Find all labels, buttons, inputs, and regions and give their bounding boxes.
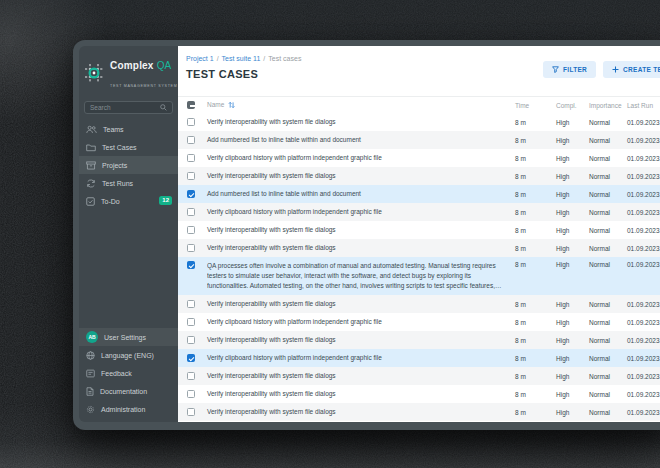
row-time: 8 m (515, 355, 556, 362)
todo-count-badge: 12 (159, 196, 172, 205)
brand-name: Complex QA (110, 60, 171, 71)
row-name: Verify interoperability with system file… (207, 335, 515, 345)
table-row[interactable]: Verify clipboard history with platform i… (178, 149, 660, 167)
row-checkbox[interactable] (187, 172, 195, 180)
row-compl: High (556, 191, 589, 198)
avatar: AB (86, 331, 98, 343)
refresh-icon (86, 179, 96, 188)
sidebar-item-test-runs[interactable]: Test Runs (79, 174, 178, 192)
document-icon (86, 387, 94, 396)
row-name: QA processes often involve a combination… (207, 261, 515, 291)
row-time: 8 m (515, 137, 556, 144)
plus-icon (612, 66, 619, 73)
table-row[interactable]: Verify clipboard history with platform i… (178, 349, 660, 367)
row-name: Verify clipboard history with platform i… (207, 207, 515, 217)
row-checkbox[interactable] (187, 261, 195, 269)
sidebar-item-teams[interactable]: Teams (79, 120, 178, 138)
row-checkbox[interactable] (187, 336, 195, 344)
row-importance: Normal (589, 337, 627, 344)
row-time: 8 m (515, 191, 556, 198)
table-header: Name Time Compl. Importance Last Run (178, 97, 660, 113)
row-compl: High (556, 391, 589, 398)
table-row[interactable] (178, 421, 660, 422)
table-row[interactable]: Add numbered list to inline table within… (178, 131, 660, 149)
row-compl: High (556, 119, 589, 126)
row-last-run: 01.09.2023 (627, 319, 660, 326)
row-last-run: 01.09.2023 (627, 391, 660, 398)
row-compl: High (556, 245, 589, 252)
row-name: Verify clipboard history with platform i… (207, 317, 515, 327)
search-input[interactable]: Search (84, 101, 173, 114)
row-last-run: 01.09.2023 (627, 337, 660, 344)
breadcrumb-test-suite[interactable]: Test suite 11 (222, 55, 261, 62)
filter-funnel-icon (552, 66, 559, 73)
row-importance: Normal (589, 137, 627, 144)
sort-icon[interactable] (228, 101, 235, 109)
sidebar-item-test-cases[interactable]: Test Cases (79, 138, 178, 156)
row-last-run: 01.09.2023 (627, 137, 660, 144)
row-checkbox[interactable] (187, 372, 195, 380)
sidebar-item-documentation[interactable]: Documentation (79, 382, 178, 400)
sidebar: Complex QA TEST MANAGEMENT SYSTEM Search… (79, 46, 178, 422)
row-checkbox[interactable] (187, 190, 195, 198)
table-row[interactable]: Verify interoperability with system file… (178, 239, 660, 257)
row-compl: High (556, 355, 589, 362)
table-row[interactable]: Verify interoperability with system file… (178, 367, 660, 385)
brand-crosshair-icon (84, 63, 104, 83)
folder-icon (86, 143, 96, 152)
table-row[interactable]: Verify clipboard history with platform i… (178, 313, 660, 331)
row-last-run: 01.09.2023 (627, 355, 660, 362)
column-header-importance: Importance (589, 102, 627, 109)
row-last-run: 01.09.2023 (627, 301, 660, 308)
table-row[interactable]: Verify interoperability with system file… (178, 113, 660, 131)
table-row[interactable]: Verify interoperability with system file… (178, 331, 660, 349)
row-checkbox[interactable] (187, 118, 195, 126)
row-checkbox[interactable] (187, 390, 195, 398)
row-checkbox[interactable] (187, 408, 195, 416)
row-checkbox[interactable] (187, 300, 195, 308)
table-row[interactable]: Verify interoperability with system file… (178, 385, 660, 403)
search-icon (160, 104, 167, 111)
row-checkbox[interactable] (187, 354, 195, 362)
row-time: 8 m (515, 409, 556, 416)
row-last-run: 01.09.2023 (627, 209, 660, 216)
sidebar-item-language[interactable]: Language (ENG) (79, 346, 178, 364)
column-header-last-run: Last Run (627, 102, 660, 109)
sidebar-item-projects[interactable]: Projects (79, 156, 178, 174)
people-icon (86, 125, 97, 134)
table-row[interactable]: Add numbered list to inline table within… (178, 185, 660, 203)
table-row[interactable]: QA processes often involve a combination… (178, 257, 660, 295)
row-importance: Normal (589, 173, 627, 180)
row-last-run: 01.09.2023 (627, 373, 660, 380)
sidebar-item-label: Documentation (100, 388, 147, 395)
table-row[interactable]: Verify clipboard history with platform i… (178, 203, 660, 221)
create-test-run-button[interactable]: CREATE TEST RUN (603, 61, 660, 78)
sidebar-footer: AB User Settings Language (ENG) Feedback (79, 328, 178, 422)
table-row[interactable]: Verify interoperability with system file… (178, 295, 660, 313)
row-compl: High (556, 409, 589, 416)
row-checkbox[interactable] (187, 244, 195, 252)
row-checkbox[interactable] (187, 318, 195, 326)
sidebar-item-user-settings[interactable]: AB User Settings (79, 328, 178, 346)
filter-button[interactable]: FILTER (543, 61, 596, 78)
select-all-checkbox[interactable] (187, 101, 195, 109)
sidebar-item-feedback[interactable]: Feedback (79, 364, 178, 382)
row-importance: Normal (589, 301, 627, 308)
row-checkbox[interactable] (187, 208, 195, 216)
row-name: Verify interoperability with system file… (207, 389, 515, 399)
row-time: 8 m (515, 301, 556, 308)
row-name: Verify clipboard history with platform i… (207, 153, 515, 163)
table-row[interactable]: Verify interoperability with system file… (178, 403, 660, 421)
sidebar-item-administration[interactable]: Administration (79, 400, 178, 418)
main-content: Project 1 / Test suite 11 / Test cases T… (178, 46, 660, 422)
table-row[interactable]: Verify interoperability with system file… (178, 167, 660, 185)
row-compl: High (556, 301, 589, 308)
row-checkbox[interactable] (187, 136, 195, 144)
table-row[interactable]: Verify interoperability with system file… (178, 221, 660, 239)
row-last-run: 01.09.2023 (627, 227, 660, 234)
row-last-run: 01.09.2023 (627, 119, 660, 126)
breadcrumb-project[interactable]: Project 1 (186, 55, 214, 62)
sidebar-item-todo[interactable]: To-Do 12 (79, 192, 178, 210)
row-checkbox[interactable] (187, 154, 195, 162)
row-checkbox[interactable] (187, 226, 195, 234)
